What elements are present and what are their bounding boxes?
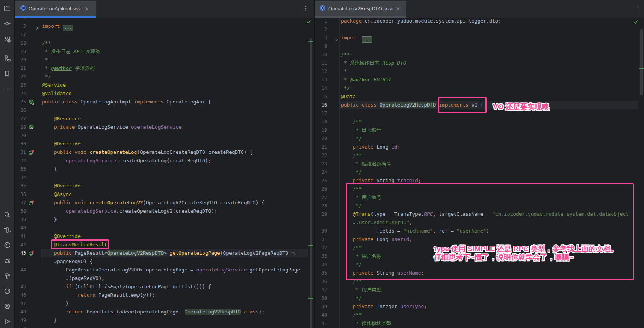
code-line-37[interactable]: 37 * 用户类型: [315, 286, 644, 294]
code-line-37[interactable]: 37 public void createOperateLogV2(Operat…: [15, 199, 314, 207]
fold-chevron-icon[interactable]: [335, 36, 338, 44]
code-line-18[interactable]: 18/**: [15, 39, 314, 47]
line-number[interactable]: 19: [15, 47, 26, 56]
line-number[interactable]: 40: [15, 224, 26, 232]
line-number[interactable]: 34: [315, 260, 327, 269]
code-line-22[interactable]: 22 /**: [315, 151, 644, 160]
code-line-3[interactable]: 3import ...: [15, 22, 314, 31]
code-line-43[interactable]: 43 public PageResult<OperateLogV2RespDTO…: [15, 249, 314, 257]
line-number[interactable]: 27: [315, 193, 327, 202]
code-line-14[interactable]: 14 */: [315, 84, 644, 92]
code-line-18[interactable]: 18 /**: [315, 118, 644, 126]
code-line-50[interactable]: 50: [15, 325, 314, 328]
code-line-46[interactable]: 46 return PageResult.empty();: [15, 291, 314, 299]
code-line-36[interactable]: 36 @Async: [15, 190, 314, 199]
debug-icon[interactable]: [3, 256, 12, 265]
line-number[interactable]: 3: [15, 22, 26, 31]
line-number[interactable]: 38: [315, 294, 327, 302]
code-line-39[interactable]: 39 }: [15, 215, 314, 224]
line-number[interactable]: 28: [15, 123, 26, 131]
code-line-27[interactable]: 27 @Resource: [15, 115, 314, 123]
code-line-35[interactable]: 35 @Override: [15, 182, 314, 190]
code-line-25[interactable]: 25public class OperateLogApiImpl impleme…: [15, 98, 314, 106]
line-number[interactable]: 20: [15, 56, 26, 64]
spring-bean-gutter-icon[interactable]: [29, 99, 34, 108]
code-line-40[interactable]: 40: [15, 224, 314, 232]
implements-method-gutter-icon[interactable]: [29, 250, 34, 259]
line-number[interactable]: 39: [15, 215, 26, 224]
line-number[interactable]: 38: [15, 207, 26, 215]
line-number[interactable]: 41: [15, 232, 26, 241]
code-line-44[interactable]: 44 PageResult<OperateLogV2DO> operateLog…: [15, 266, 314, 274]
code-line-11[interactable]: 11 * 系统操作日志 Resp DTO: [315, 59, 644, 67]
code-line-32[interactable]: 32 operateLogService.createOperateLog(cr…: [15, 157, 314, 165]
code-line-12[interactable]: 12 *: [315, 67, 644, 76]
code-line-33[interactable]: 33 }: [15, 165, 314, 173]
code-line-19[interactable]: 19 * 操作日志 API 实现类: [15, 47, 314, 56]
line-number[interactable]: 21: [315, 143, 327, 151]
line-number[interactable]: 2: [15, 18, 26, 22]
line-number[interactable]: 35: [15, 182, 26, 190]
code-line-40[interactable]: 40 /**: [315, 311, 644, 319]
search-icon[interactable]: [3, 210, 12, 219]
fold-chevron-icon[interactable]: [36, 24, 39, 33]
inspections-ok-icon[interactable]: [633, 19, 638, 26]
code-line-wrap[interactable]: pageReqVO) {: [15, 257, 314, 266]
code-line-22[interactable]: 22 */: [15, 73, 314, 81]
code-line-29[interactable]: 29: [15, 131, 314, 140]
line-number[interactable]: 48: [15, 308, 26, 316]
dotted-circle-icon[interactable]: [3, 241, 12, 250]
code-line-23[interactable]: 23@Service: [15, 81, 314, 89]
line-number[interactable]: 28: [315, 202, 327, 210]
line-number[interactable]: 26: [315, 185, 327, 193]
project-folder-icon[interactable]: [3, 4, 12, 13]
tab-operatelogv2respdto-java[interactable]: OperateLogV2RespDTO.java: [315, 1, 406, 16]
line-number[interactable]: 37: [15, 199, 26, 207]
code-line-9[interactable]: 9: [315, 42, 644, 50]
scrollbar-thumb[interactable]: [640, 29, 643, 95]
editor-left[interactable]: 23import ...1718/**19 * 操作日志 API 实现类20 *…: [15, 18, 314, 328]
line-number[interactable]: 44: [15, 266, 26, 274]
line-number[interactable]: 36: [15, 190, 26, 199]
spring-bean-gutter-icon[interactable]: [29, 124, 34, 133]
editor-options-kebab-icon[interactable]: [634, 5, 641, 12]
structure-icon[interactable]: [3, 54, 12, 63]
code-line-3[interactable]: 3import ...: [315, 34, 644, 42]
line-number[interactable]: 20: [315, 134, 327, 143]
line-number[interactable]: 10: [315, 50, 327, 59]
line-number[interactable]: 33: [315, 252, 327, 260]
code-line-10[interactable]: 10/**: [315, 50, 644, 59]
profiler-icon[interactable]: [3, 286, 12, 296]
line-number[interactable]: 33: [15, 165, 26, 173]
line-number[interactable]: 46: [15, 291, 26, 299]
line-number[interactable]: 25: [315, 176, 327, 185]
line-number[interactable]: 13: [315, 76, 327, 84]
line-number[interactable]: 11: [315, 59, 327, 67]
line-number[interactable]: 41: [315, 319, 327, 328]
line-number[interactable]: 30: [315, 227, 327, 235]
line-number[interactable]: 1: [315, 18, 327, 25]
line-number[interactable]: 24: [15, 89, 26, 98]
code-line-34[interactable]: 34: [15, 173, 314, 182]
collab-help-icon[interactable]: ?: [3, 35, 12, 44]
code-line-26[interactable]: 26: [15, 106, 314, 115]
line-number[interactable]: 2: [315, 25, 327, 34]
code-line-wrap[interactable]: (pageReqVO);: [15, 274, 314, 283]
line-number[interactable]: 9: [315, 42, 327, 50]
code-line-23[interactable]: 23 * 链路追踪编号: [315, 160, 644, 168]
endpoints-icon[interactable]: [3, 225, 12, 234]
line-number[interactable]: 43: [15, 249, 26, 257]
line-number[interactable]: 39: [315, 302, 327, 311]
run-icon[interactable]: [3, 317, 12, 326]
line-number[interactable]: 23: [15, 81, 26, 89]
code-line-2[interactable]: 2: [315, 25, 644, 34]
inspections-ok-icon[interactable]: [306, 19, 311, 26]
line-number[interactable]: 23: [315, 160, 327, 168]
line-number[interactable]: 37: [315, 286, 327, 294]
line-number[interactable]: 32: [15, 157, 26, 165]
more-tool-windows-icon[interactable]: [3, 84, 12, 94]
line-number[interactable]: 31: [15, 148, 26, 157]
line-number[interactable]: 18: [15, 39, 26, 47]
line-number[interactable]: 31: [315, 235, 327, 244]
scrollbar-thumb[interactable]: [310, 38, 312, 328]
